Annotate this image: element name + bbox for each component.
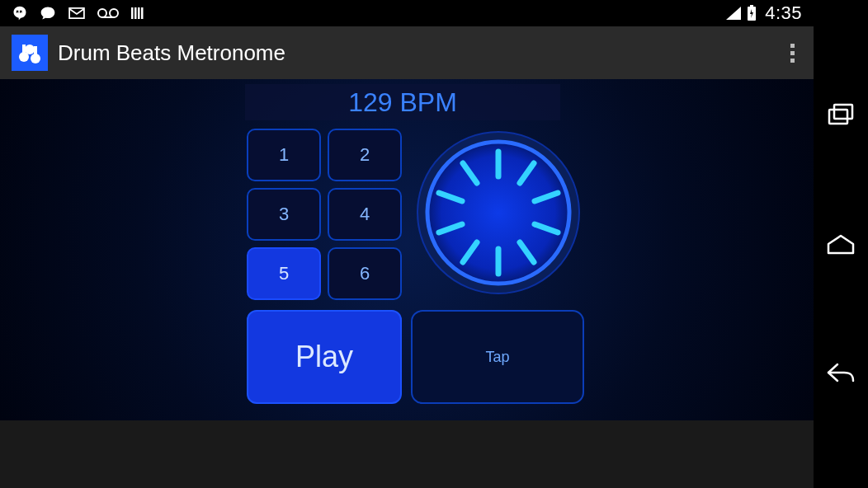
beat-keypad: 1 2 3 4 5 6 bbox=[247, 129, 403, 300]
back-button[interactable] bbox=[824, 357, 857, 390]
svg-rect-6 bbox=[141, 7, 144, 19]
svg-rect-27 bbox=[829, 110, 847, 124]
system-nav-bar bbox=[814, 0, 868, 488]
svg-rect-3 bbox=[131, 7, 134, 19]
bpm-display: 129 BPM bbox=[245, 84, 560, 120]
app-icon bbox=[12, 35, 48, 71]
svg-rect-28 bbox=[834, 105, 852, 119]
bottom-strip bbox=[0, 420, 814, 488]
svg-point-1 bbox=[110, 9, 118, 17]
mail-icon bbox=[68, 7, 86, 20]
app-title: Drum Beats Metronome bbox=[58, 40, 782, 66]
status-time: 4:35 bbox=[765, 2, 802, 24]
signal-icon bbox=[725, 6, 742, 21]
home-button[interactable] bbox=[824, 228, 857, 260]
beat-key-5[interactable]: 5 bbox=[247, 247, 321, 300]
svg-point-14 bbox=[25, 45, 35, 54]
chat-icon bbox=[40, 5, 56, 21]
action-bar: Drum Beats Metronome bbox=[0, 26, 814, 79]
beat-key-1[interactable]: 1 bbox=[247, 129, 321, 181]
battery-charging-icon bbox=[747, 5, 757, 21]
beat-key-3[interactable]: 3 bbox=[247, 188, 321, 241]
svg-point-0 bbox=[98, 9, 106, 17]
svg-rect-5 bbox=[138, 7, 140, 19]
overflow-menu-icon[interactable] bbox=[782, 44, 802, 63]
play-button[interactable]: Play bbox=[247, 310, 402, 404]
beat-key-4[interactable]: 4 bbox=[328, 188, 402, 241]
equalizer-icon bbox=[130, 6, 145, 21]
svg-rect-8 bbox=[750, 5, 753, 7]
svg-rect-4 bbox=[134, 7, 137, 19]
status-bar: 4:35 bbox=[0, 0, 814, 26]
svg-point-11 bbox=[31, 54, 40, 63]
tempo-dial[interactable] bbox=[414, 129, 583, 297]
beat-key-2[interactable]: 2 bbox=[328, 129, 402, 181]
recents-button[interactable] bbox=[824, 98, 857, 131]
metronome-content: 129 BPM 1 2 3 4 5 6 Play bbox=[0, 79, 814, 420]
beat-key-6[interactable]: 6 bbox=[328, 247, 402, 300]
voicemail-icon bbox=[97, 7, 119, 19]
tap-button[interactable]: Tap bbox=[411, 310, 584, 404]
hangouts-icon bbox=[12, 5, 28, 21]
